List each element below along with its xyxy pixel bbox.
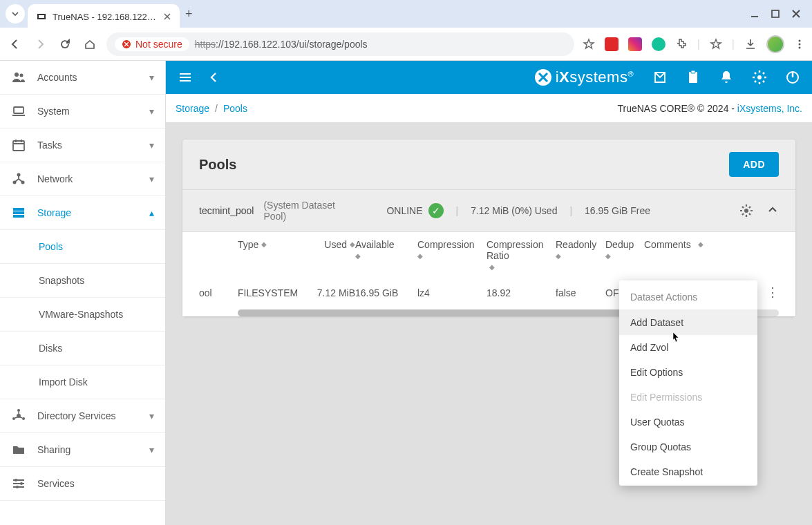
- minimize-icon[interactable]: [750, 9, 759, 19]
- topbar-actions: [650, 68, 802, 87]
- add-button[interactable]: ADD: [729, 152, 779, 177]
- pool-collapse-icon[interactable]: [766, 203, 779, 218]
- browser-menu-icon[interactable]: [794, 39, 805, 50]
- security-label: Not secure: [135, 39, 182, 50]
- profile-avatar[interactable]: [766, 35, 784, 53]
- tab-list-dropdown[interactable]: [6, 4, 25, 23]
- vendor-link[interactable]: iXsystems, Inc.: [737, 103, 802, 114]
- new-tab-button[interactable]: +: [185, 7, 193, 21]
- extension-instagram-icon[interactable]: [628, 37, 642, 51]
- extension-grammarly-icon[interactable]: [652, 37, 665, 51]
- chevron-down-icon: ▾: [149, 72, 154, 83]
- col-comments[interactable]: Comments◆: [644, 239, 706, 250]
- svg-point-4: [799, 39, 801, 41]
- hub-icon: [11, 408, 26, 423]
- browser-tab[interactable]: TrueNAS - 192.168.122…: [28, 4, 180, 29]
- tab-title: TrueNAS - 192.168.122…: [53, 12, 158, 22]
- svg-point-23: [16, 486, 19, 488]
- breadcrumb-root[interactable]: Storage: [176, 103, 209, 114]
- chevron-down-icon: ▾: [149, 410, 154, 421]
- svg-point-8: [20, 74, 23, 77]
- menu-item-add-dataset[interactable]: Add Dataset: [619, 310, 757, 335]
- window-controls: [750, 9, 806, 19]
- sidebar-subitem-pools[interactable]: Pools: [0, 230, 165, 264]
- bookmark-star-icon[interactable]: [583, 38, 595, 50]
- folder-shared-icon: [11, 442, 26, 457]
- menu-item-user-quotas[interactable]: User Quotas: [619, 410, 757, 435]
- close-window-icon[interactable]: [791, 9, 801, 19]
- svg-point-7: [15, 73, 19, 77]
- tune-icon: [11, 476, 26, 491]
- back-button[interactable]: [7, 36, 23, 52]
- clipboard-icon[interactable]: [683, 68, 703, 87]
- menu-item-edit-options[interactable]: Edit Options: [619, 360, 757, 385]
- maximize-icon[interactable]: [771, 9, 780, 19]
- settings-icon[interactable]: [750, 68, 769, 87]
- sidebar-subitem-snapshots[interactable]: Snapshots: [0, 264, 165, 298]
- not-secure-icon: [122, 39, 131, 49]
- col-compression-ratio[interactable]: Compression Ratio◆: [487, 239, 556, 271]
- separator: |: [732, 38, 735, 50]
- col-readonly[interactable]: Readonly◆: [556, 239, 605, 260]
- extension-flipboard-icon[interactable]: [605, 37, 619, 51]
- calendar-icon: [11, 137, 26, 153]
- reload-button[interactable]: [57, 36, 73, 52]
- sort-icon: ◆: [556, 253, 561, 260]
- tab-close-icon[interactable]: [163, 12, 171, 21]
- extensions-menu-icon[interactable]: [675, 38, 688, 50]
- power-icon[interactable]: [783, 68, 802, 87]
- breadcrumb-separator: /: [215, 103, 218, 114]
- pool-free-text: 16.95 GiB Free: [585, 205, 650, 216]
- cell-readonly: false: [556, 285, 605, 298]
- sidebar-item-label: Sharing: [37, 444, 70, 455]
- svg-point-11: [17, 173, 21, 177]
- col-dedup[interactable]: Dedup◆: [605, 239, 644, 260]
- table-header-row: Type◆ Used◆ Available◆ Compression◆ Comp…: [182, 232, 795, 278]
- svg-point-27: [757, 75, 762, 79]
- col-available[interactable]: Available◆: [355, 239, 417, 260]
- sidebar-item-sharing[interactable]: Sharing▾: [0, 433, 165, 467]
- sidebar-item-accounts[interactable]: Accounts▾: [0, 61, 165, 95]
- sidebar-item-network[interactable]: Network▾: [0, 162, 165, 196]
- sort-icon: ◆: [605, 253, 611, 260]
- truecommand-icon[interactable]: [650, 68, 670, 87]
- back-chevron-icon[interactable]: [205, 68, 224, 87]
- menu-icon[interactable]: [176, 68, 195, 87]
- pool-settings-icon[interactable]: [739, 203, 754, 218]
- cell-available: 16.95 GiB: [355, 285, 417, 298]
- menu-item-add-zvol[interactable]: Add Zvol: [619, 335, 757, 360]
- sidebar-item-directory-services[interactable]: Directory Services▾: [0, 399, 165, 433]
- downloads-icon[interactable]: [744, 38, 757, 50]
- svg-rect-26: [691, 70, 695, 73]
- laptop-icon: [11, 104, 26, 119]
- sidebar-item-services[interactable]: Services: [0, 467, 165, 501]
- sidebar-item-storage[interactable]: Storage▴: [0, 196, 165, 230]
- col-used[interactable]: Used◆: [307, 239, 355, 250]
- svg-point-20: [22, 417, 25, 420]
- svg-rect-1: [39, 15, 44, 18]
- pool-status-text: ONLINE: [386, 205, 422, 216]
- col-compression[interactable]: Compression◆: [417, 239, 487, 260]
- sort-icon: ◆: [698, 241, 704, 248]
- sidebar-subitem-vmware-snapshots[interactable]: VMware-Snapshots: [0, 298, 165, 332]
- security-badge[interactable]: Not secure: [115, 37, 189, 51]
- sidebar-item-tasks[interactable]: Tasks▾: [0, 128, 165, 162]
- sidebar-subitem-import-disk[interactable]: Import Disk: [0, 365, 165, 399]
- row-more-icon[interactable]: ⋮: [766, 285, 779, 300]
- sidebar-subitem-disks[interactable]: Disks: [0, 332, 165, 365]
- notifications-icon[interactable]: [717, 68, 736, 87]
- bookmarks-icon[interactable]: [710, 38, 722, 50]
- menu-item-group-quotas[interactable]: Group Quotas: [619, 435, 757, 459]
- svg-point-6: [799, 46, 801, 48]
- forward-button[interactable]: [32, 36, 48, 52]
- svg-rect-10: [13, 141, 24, 151]
- menu-item-create-snapshot[interactable]: Create Snapshot: [619, 459, 757, 484]
- address-bar[interactable]: Not secure https://192.168.122.103/ui/st…: [106, 32, 574, 56]
- cell-used: 7.12 MiB: [307, 285, 355, 298]
- breadcrumb-leaf[interactable]: Pools: [223, 103, 247, 114]
- col-type[interactable]: Type◆: [238, 239, 307, 250]
- home-button[interactable]: [82, 36, 98, 52]
- cursor-pointer-icon: [669, 332, 681, 347]
- sidebar-item-system[interactable]: System▾: [0, 95, 165, 128]
- sidebar-item-label: Storage: [37, 207, 71, 218]
